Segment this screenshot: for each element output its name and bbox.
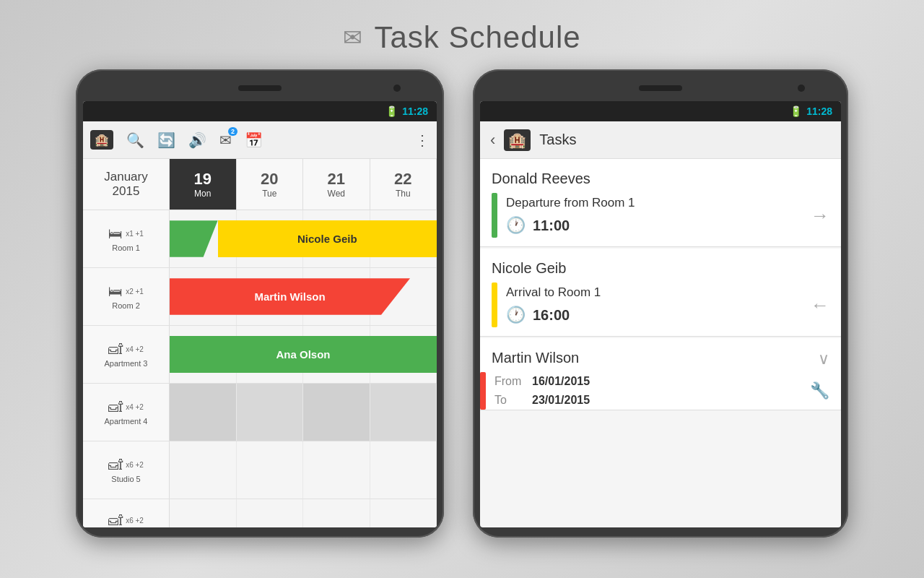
search-icon[interactable]: 🔍 <box>126 131 144 149</box>
phone-1-top-bar <box>83 79 437 97</box>
room-guests-3: x4 +2 <box>126 345 144 353</box>
room-label-6: 🛋 x6 +2 <box>83 499 170 527</box>
to-label: To <box>494 394 520 407</box>
day-name-21: Wed <box>328 189 345 199</box>
from-label: From <box>494 375 520 388</box>
calendar-icon[interactable]: 📅 <box>245 131 263 149</box>
app2-toolbar: ‹ 🏨 Tasks <box>480 121 841 159</box>
task-time-row-nicole: 🕐 16:00 <box>506 306 811 324</box>
back-button[interactable]: ‹ <box>490 131 495 150</box>
status-bar-2: 🔋 11:28 <box>480 101 841 121</box>
phone-2: 🔋 11:28 ‹ 🏨 Tasks Donald Reeves Departur… <box>473 69 848 538</box>
task-ft-content-martin: From 16/01/2015 To 23/01/2015 <box>494 372 810 410</box>
month-cell: January 2015 <box>83 159 170 210</box>
booking-name-1: Nicole Geib <box>297 233 357 245</box>
task-section-header-martin: Martin Wilson ∨ <box>480 338 841 372</box>
mail-icon: ✉ <box>343 24 362 51</box>
mail-badge: 2 <box>228 127 237 136</box>
phone-2-screen: 🔋 11:28 ‹ 🏨 Tasks Donald Reeves Departur… <box>480 101 841 527</box>
room-bed-icon-2: 🛏 <box>108 283 123 300</box>
task-section-nicole: Nicole Geib Arrival to Room 1 🕐 16:00 ← <box>480 249 841 337</box>
room-label-4: 🛋 x4 +2 Apartment 4 <box>83 384 170 441</box>
task-person-nicole: Nicole Geib <box>480 249 841 282</box>
room-row-6: 🛋 x6 +2 <box>83 499 437 527</box>
from-value: 16/01/2015 <box>532 375 590 388</box>
mail-notification[interactable]: ✉ 2 <box>219 131 232 149</box>
room-guests-1: x1 +1 <box>126 230 144 238</box>
status-bar-1: 🔋 11:28 <box>83 101 437 121</box>
phone-1: 🔋 11:28 🏨 🔍 🔄 🔊 ✉ 2 📅 ⋮ <box>76 69 444 538</box>
day-cell-21[interactable]: 21 Wed <box>303 159 370 210</box>
page-title-area: ✉ Task Schedule <box>343 20 580 55</box>
task-arrow-nicole[interactable]: ← <box>811 282 841 327</box>
phone-1-speaker <box>238 85 282 91</box>
booking-area-3[interactable]: Ana Olson <box>170 326 437 383</box>
day-number-22: 22 <box>394 170 411 189</box>
room-label-3: 🛋 x4 +2 Apartment 3 <box>83 326 170 383</box>
booking-area-1[interactable]: Nicole Geib <box>170 210 437 267</box>
room-guests-6: x6 +2 <box>126 517 144 525</box>
to-value: 23/01/2015 <box>532 394 590 407</box>
task-tools-icon-martin[interactable]: 🔧 <box>810 372 841 410</box>
day-number-20: 20 <box>261 170 278 189</box>
task-section-martin: Martin Wilson ∨ From 16/01/2015 To 23/01… <box>480 338 841 410</box>
room-bed-icon-1: 🛏 <box>108 225 123 242</box>
phone-1-screen: 🔋 11:28 🏨 🔍 🔄 🔊 ✉ 2 📅 ⋮ <box>83 101 437 527</box>
task-person-martin: Martin Wilson <box>480 338 590 372</box>
room-name-2: Room 2 <box>112 301 140 310</box>
time-1: 11:28 <box>402 105 428 117</box>
task-content-nicole: Arrival to Room 1 🕐 16:00 <box>506 282 811 327</box>
task-from-to-martin: From 16/01/2015 To 23/01/2015 🔧 <box>480 372 841 410</box>
room-row-5: 🛋 x6 +2 Studio 5 <box>83 441 437 499</box>
room-name-3: Apartment 3 <box>105 359 148 368</box>
day-number-19: 19 <box>194 170 212 189</box>
hotel-app-icon[interactable]: 🏨 <box>90 130 113 150</box>
room-name-5: Studio 5 <box>111 475 140 483</box>
day-cell-22[interactable]: 22 Thu <box>370 159 437 210</box>
room-label-2: 🛏 x2 +1 Room 2 <box>83 268 170 325</box>
battery-icon-2: 🔋 <box>790 105 802 117</box>
room-sofa-icon-6: 🛋 <box>108 512 123 527</box>
booking-name-3: Ana Olson <box>276 348 330 361</box>
task-content-donald: Departure from Room 1 🕐 11:00 <box>506 193 811 238</box>
page-title: Task Schedule <box>374 20 580 55</box>
day-cell-19[interactable]: 19 Mon <box>170 159 237 210</box>
task-action-nicole: Arrival to Room 1 <box>506 285 811 300</box>
sound-icon[interactable]: 🔊 <box>188 131 206 149</box>
year: 2015 <box>113 184 140 199</box>
task-arrow-donald[interactable]: → <box>811 193 841 238</box>
day-name-19: Mon <box>194 189 211 199</box>
time-2: 11:28 <box>806 105 832 117</box>
day-number-21: 21 <box>328 170 345 189</box>
booking-area-5[interactable] <box>170 441 437 499</box>
day-cell-20[interactable]: 20 Tue <box>237 159 304 210</box>
task-color-bar-nicole <box>492 282 497 327</box>
clock-icon-donald: 🕐 <box>506 216 526 235</box>
more-options-icon[interactable]: ⋮ <box>415 131 430 149</box>
refresh-icon[interactable]: 🔄 <box>157 131 175 149</box>
calendar-header-row: January 2015 19 Mon 20 Tue 21 Wed <box>83 159 437 210</box>
task-item-donald[interactable]: Departure from Room 1 🕐 11:00 → <box>492 193 841 238</box>
task-time-row-donald: 🕐 11:00 <box>506 216 811 235</box>
room-label-5: 🛋 x6 +2 Studio 5 <box>83 441 170 499</box>
clock-icon-nicole: 🕐 <box>506 306 526 324</box>
task-item-nicole[interactable]: Arrival to Room 1 🕐 16:00 ← <box>492 282 841 327</box>
phone-1-camera <box>393 85 401 92</box>
month-name: January <box>104 170 147 184</box>
hotel-app-icon-2[interactable]: 🏨 <box>504 129 531 151</box>
task-to-row: To 23/01/2015 <box>494 391 810 410</box>
booking-area-6[interactable] <box>170 499 437 527</box>
expand-icon-martin[interactable]: ∨ <box>818 350 829 368</box>
phone-2-camera <box>798 85 805 92</box>
room-name-1: Room 1 <box>112 243 140 252</box>
booking-name-2: Martin Wilson <box>254 290 325 303</box>
booking-area-4[interactable] <box>170 384 437 441</box>
task-from-row: From 16/01/2015 <box>494 372 810 391</box>
booking-area-2[interactable]: Martin Wilson <box>170 268 437 325</box>
phone-2-top-bar <box>480 79 841 97</box>
room-row-2: 🛏 x2 +1 Room 2 Martin Wilson <box>83 268 437 326</box>
room-guests-5: x6 +2 <box>126 461 144 469</box>
calendar-grid: January 2015 19 Mon 20 Tue 21 Wed <box>83 159 437 527</box>
task-action-donald: Departure from Room 1 <box>506 196 811 210</box>
room-label-1: 🛏 x1 +1 Room 1 <box>83 210 170 267</box>
